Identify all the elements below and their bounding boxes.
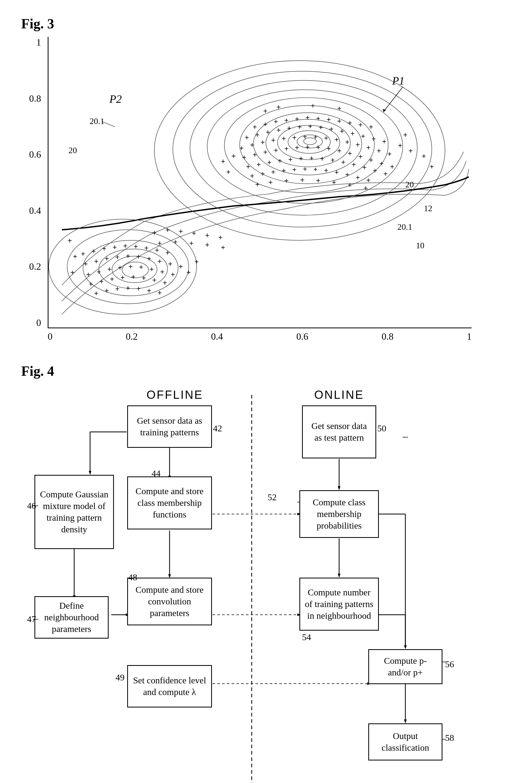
svg-text:+: + — [340, 127, 344, 135]
svg-text:+: + — [379, 159, 384, 167]
svg-text:+: + — [105, 254, 109, 262]
ref-44: 44 — [152, 468, 161, 478]
x-label-08: 0.8 — [381, 331, 394, 342]
svg-text:+: + — [123, 242, 127, 250]
svg-text:+: + — [256, 160, 261, 168]
svg-text:+: + — [165, 226, 169, 234]
svg-text:+: + — [266, 128, 270, 136]
x-label-0: 0 — [48, 331, 53, 342]
svg-text:+: + — [278, 157, 282, 165]
compute-p-text: Compute p- and/or p+ — [373, 655, 438, 678]
svg-text:+: + — [366, 143, 370, 152]
svg-text:+: + — [300, 176, 305, 184]
svg-text:+: + — [355, 173, 360, 182]
svg-text:+: + — [250, 141, 254, 149]
svg-text:+: + — [430, 162, 434, 170]
y-label-06: 0.6 — [29, 149, 41, 160]
svg-text:+: + — [284, 145, 288, 153]
svg-text:+: + — [134, 242, 138, 250]
svg-text:+: + — [327, 145, 331, 153]
svg-text:+: + — [128, 262, 133, 271]
svg-text:+: + — [303, 132, 307, 141]
x-label-02: 0.2 — [126, 331, 138, 342]
svg-text:+: + — [313, 133, 318, 141]
svg-text:+: + — [351, 160, 356, 168]
svg-text:+: + — [173, 238, 178, 246]
label-12: 12 — [424, 204, 432, 213]
svg-text:+: + — [345, 170, 349, 179]
svg-text:+: + — [366, 176, 370, 184]
label-201-left: 20.1 — [90, 117, 104, 126]
svg-text:+: + — [97, 268, 101, 276]
svg-text:+: + — [245, 133, 249, 142]
svg-text:+: + — [115, 285, 120, 293]
svg-text:+: + — [113, 243, 117, 251]
svg-text:+: + — [179, 262, 183, 271]
svg-text:+: + — [105, 286, 109, 295]
svg-text:+: + — [68, 237, 72, 245]
svg-text:+: + — [371, 135, 376, 143]
online-label: ONLINE — [314, 388, 364, 401]
svg-text:+: + — [335, 168, 339, 176]
set-confidence-text: Set confidence level and compute λ — [132, 675, 208, 698]
svg-text:+: + — [126, 252, 130, 260]
svg-text:+: + — [306, 143, 310, 151]
svg-text:+: + — [147, 254, 151, 262]
svg-text:+: + — [362, 163, 367, 171]
svg-text:+: + — [348, 119, 352, 127]
svg-text:+: + — [313, 165, 318, 173]
svg-text:+: + — [91, 247, 96, 255]
svg-text:+: + — [332, 178, 336, 186]
svg-text:+: + — [242, 153, 246, 161]
svg-text:+: + — [324, 134, 328, 142]
svg-text:+: + — [150, 265, 154, 273]
svg-text:+: + — [316, 114, 320, 122]
fig4-label: Fig. 4 — [21, 363, 511, 379]
label-20-left: 20 — [68, 146, 77, 155]
ref-54: 54 — [302, 632, 311, 642]
svg-text:+: + — [102, 244, 106, 252]
svg-text:+: + — [387, 150, 392, 158]
svg-text:+: + — [121, 273, 125, 281]
p2-label: P2 — [109, 93, 122, 105]
svg-text:+: + — [221, 243, 225, 251]
svg-text:+: + — [282, 166, 286, 175]
svg-text:+: + — [70, 268, 74, 276]
svg-text:+: + — [260, 169, 265, 178]
svg-text:+: + — [157, 288, 162, 297]
svg-text:+: + — [205, 241, 209, 249]
y-label-02: 0.2 — [29, 261, 41, 272]
svg-text:+: + — [271, 168, 275, 176]
ref-48: 48 — [128, 572, 137, 583]
svg-text:+: + — [348, 181, 352, 189]
svg-text:+: + — [252, 123, 257, 131]
svg-text:+: + — [192, 229, 196, 237]
label-201-right: 20.1 — [398, 222, 412, 231]
get-test-text: Get sensor data as test pattern — [307, 420, 372, 444]
svg-text:+: + — [157, 257, 162, 265]
compute-gmm-text: Compute Gaussian mixture model of traini… — [39, 489, 109, 535]
svg-text:+: + — [335, 135, 339, 144]
svg-text:+: + — [287, 124, 291, 132]
svg-text:+: + — [331, 156, 335, 164]
get-training-text: Get sensor data as training patterns — [132, 415, 208, 438]
svg-text:+: + — [157, 239, 162, 247]
svg-text:+: + — [327, 115, 331, 123]
compute-convolution-text: Compute and store convolution parameters — [132, 584, 208, 619]
svg-text:+: + — [292, 165, 296, 174]
get-test-box: Get sensor data as test pattern — [302, 405, 376, 459]
svg-text:+: + — [240, 144, 244, 152]
define-neighbourhood-text: Define neighbourhood parameters — [39, 600, 104, 635]
svg-text:+: + — [308, 122, 312, 130]
svg-text:+: + — [89, 280, 93, 288]
class-prob-box: Compute class membership probabilities — [300, 490, 379, 538]
svg-text:+: + — [403, 131, 407, 139]
svg-text:+: + — [139, 263, 143, 271]
define-neighbourhood-box: Define neighbourhood parameters — [34, 596, 108, 638]
svg-text:+: + — [299, 154, 303, 162]
svg-text:+: + — [350, 129, 354, 137]
svg-text:+: + — [81, 250, 85, 258]
svg-text:+: + — [94, 289, 98, 297]
figure-3: Fig. 3 1 0.8 0.6 0.4 0.2 0 — [21, 16, 511, 342]
x-label-1: 1 — [467, 331, 472, 342]
